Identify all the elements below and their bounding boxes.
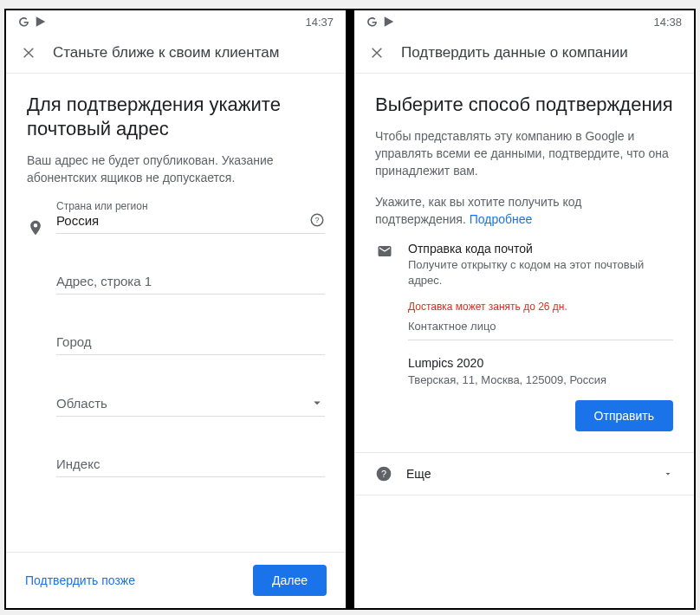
page-heading: Для подтверждения укажите почтовый адрес — [27, 93, 325, 141]
delivery-warning: Доставка может занять до 26 дн. — [408, 301, 673, 313]
business-name: Lumpics 2020 — [408, 356, 673, 370]
page-subtext-2: Укажите, как вы хотите получить код подт… — [375, 193, 673, 228]
verify-title: Отправка кода почтой — [408, 242, 673, 256]
phone-screen-address: 14:37 Станьте ближе к своим клиентам Для… — [6, 10, 346, 608]
city-placeholder: Город — [56, 334, 92, 349]
postal-placeholder: Индекс — [56, 456, 100, 471]
address-line1-field[interactable]: Адрес, строка 1 — [56, 262, 325, 295]
page-subtext-1: Чтобы представлять эту компанию в Google… — [375, 127, 673, 179]
play-store-icon — [383, 16, 395, 28]
status-time: 14:37 — [305, 16, 334, 29]
learn-more-link[interactable]: Подробнее — [470, 212, 533, 226]
title-bar-text: Подтвердить данные о компании — [401, 44, 628, 62]
svg-text:?: ? — [314, 216, 319, 224]
play-store-icon — [35, 16, 47, 28]
more-label: Еще — [406, 467, 649, 481]
country-value: Россия — [56, 213, 99, 228]
region-field[interactable]: Область — [56, 383, 325, 417]
status-bar: 14:37 — [6, 10, 346, 33]
postal-field[interactable]: Индекс — [56, 444, 325, 477]
city-field[interactable]: Город — [56, 322, 325, 355]
map-pin-icon — [27, 219, 44, 236]
page-subtext: Ваш адрес не будет опубликован. Указание… — [27, 152, 325, 186]
divider — [354, 495, 694, 495]
more-options-row[interactable]: ? Еще — [375, 453, 673, 495]
page-heading: Выберите способ подтверждения — [375, 93, 673, 117]
close-icon[interactable] — [22, 46, 36, 60]
content-area: Для подтверждения укажите почтовый адрес… — [6, 74, 346, 552]
confirm-later-link[interactable]: Подтвердить позже — [25, 573, 135, 587]
chevron-down-icon — [663, 469, 673, 479]
content-area: Выберите способ подтверждения Чтобы пред… — [354, 74, 694, 608]
region-placeholder: Область — [56, 396, 107, 411]
bottom-bar: Подтвердить позже Далее — [6, 552, 346, 608]
verify-mail-card: Отправка кода почтой Получите открытку с… — [375, 242, 673, 443]
title-bar: Подтвердить данные о компании — [354, 33, 694, 73]
google-g-icon — [366, 16, 378, 28]
business-address: Тверская, 11, Москва, 125009, Россия — [408, 373, 673, 386]
country-label: Страна или регион — [56, 200, 148, 212]
phone-screen-verify: 14:38 Подтвердить данные о компании Выбе… — [354, 10, 694, 608]
country-field[interactable]: Страна или регион Россия ? — [56, 200, 325, 234]
address1-placeholder: Адрес, строка 1 — [56, 274, 152, 288]
google-g-icon — [18, 16, 29, 28]
title-bar-text: Станьте ближе к своим клиентам — [53, 44, 279, 62]
contact-person-field[interactable]: Контактное лицо — [408, 320, 673, 340]
chevron-down-icon — [309, 395, 325, 411]
next-button[interactable]: Далее — [253, 565, 327, 596]
question-circle-icon: ? — [375, 465, 392, 482]
send-button[interactable]: Отправить — [575, 400, 673, 431]
help-icon[interactable]: ? — [309, 212, 325, 228]
verify-description: Получите открытку с кодом на этот почтов… — [408, 257, 673, 288]
title-bar: Станьте ближе к своим клиентам — [6, 33, 346, 73]
close-icon[interactable] — [370, 46, 384, 60]
status-time: 14:38 — [653, 16, 682, 29]
mail-icon — [375, 243, 394, 259]
svg-text:?: ? — [381, 469, 386, 479]
status-bar: 14:38 — [354, 10, 694, 33]
